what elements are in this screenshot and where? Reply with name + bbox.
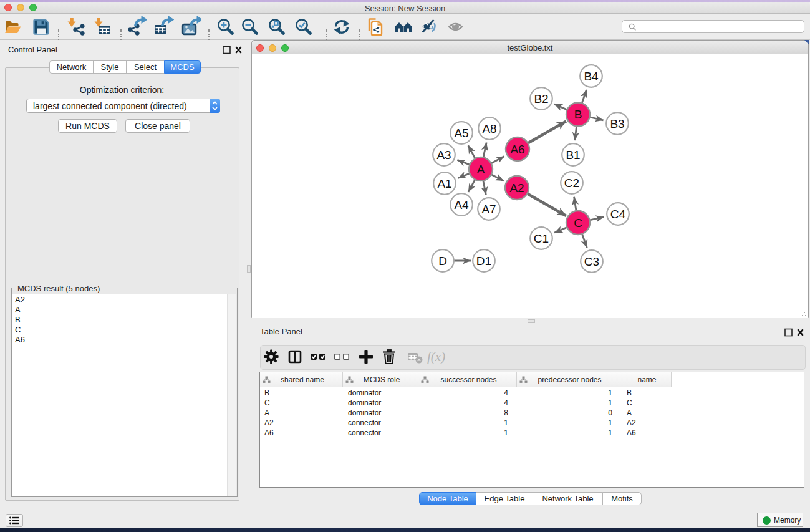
svg-text:A7: A7 <box>481 203 496 216</box>
svg-text:D: D <box>438 254 447 268</box>
svg-text:A2: A2 <box>509 181 524 195</box>
svg-text:A5: A5 <box>454 127 468 140</box>
svg-text:C3: C3 <box>584 255 599 268</box>
svg-text:B: B <box>574 108 582 121</box>
svg-text:B1: B1 <box>566 148 580 162</box>
svg-text:B3: B3 <box>610 117 624 130</box>
svg-text:C4: C4 <box>610 208 626 221</box>
svg-text:A3: A3 <box>436 148 451 162</box>
svg-text:C1: C1 <box>534 232 549 245</box>
svg-text:A1: A1 <box>437 177 451 190</box>
svg-text:A6: A6 <box>510 143 524 156</box>
svg-text:C: C <box>574 216 582 230</box>
svg-text:A8: A8 <box>482 122 496 135</box>
svg-text:B4: B4 <box>584 70 599 83</box>
svg-text:D1: D1 <box>476 254 491 268</box>
svg-text:A4: A4 <box>454 198 469 211</box>
svg-text:C2: C2 <box>564 177 579 190</box>
svg-text:A: A <box>477 163 485 176</box>
svg-text:B2: B2 <box>534 92 548 105</box>
